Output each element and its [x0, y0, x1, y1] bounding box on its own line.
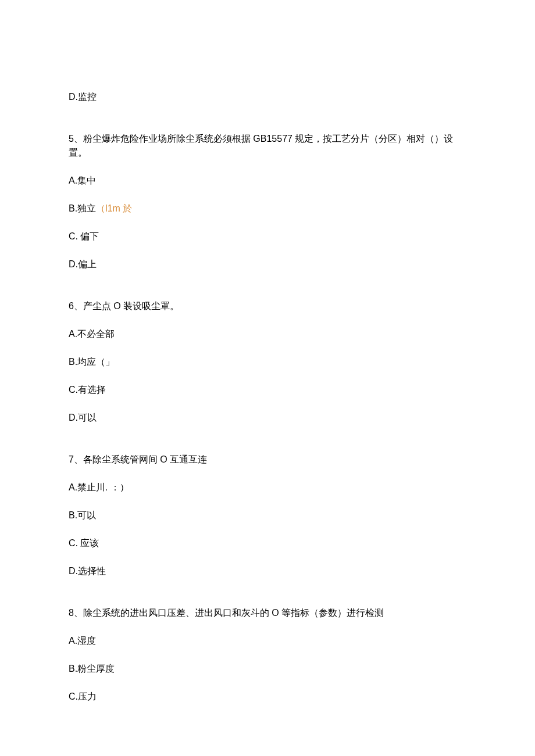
q6-option-b: B.均应（」	[69, 355, 466, 369]
q6-option-d: D.可以	[69, 411, 466, 425]
q7-option-c: C. 应该	[69, 536, 466, 550]
q5-option-b: B.独立（l1m 於	[69, 202, 466, 216]
q7-stem: 7、各除尘系统管网间 O 互通互连	[69, 453, 466, 467]
q4-option-d: D.监控	[69, 90, 466, 104]
q8-option-c: C.压力	[69, 690, 466, 704]
q8-option-a: A.湿度	[69, 634, 466, 648]
q5-stem: 5、粉尘爆炸危险作业场所除尘系统必须根据 GB15577 规定，按工艺分片（分区…	[69, 132, 466, 160]
q5-option-c: C. 偏下	[69, 230, 466, 243]
q6-option-c: C.有选择	[69, 383, 466, 397]
document-page: D.监控 5、粉尘爆炸危险作业场所除尘系统必须根据 GB15577 规定，按工艺…	[0, 0, 535, 756]
q8-option-b: B.粉尘厚度	[69, 662, 466, 676]
q7-option-b: B.可以	[69, 508, 466, 522]
q5-option-d: D.偏上	[69, 257, 466, 271]
q5-option-b-note: （l1m 於	[96, 203, 132, 213]
q5-option-a: A.集中	[69, 174, 466, 188]
q6-option-a: A.不必全部	[69, 327, 466, 341]
q5-option-b-prefix: B.独立	[69, 203, 96, 213]
q6-stem: 6、产尘点 O 装设吸尘罩。	[69, 299, 466, 313]
q7-option-a: A.禁止川. ：）	[69, 481, 466, 495]
q7-option-d: D.选择性	[69, 564, 466, 578]
q8-stem: 8、除尘系统的进出风口压差、进出风口和灰斗的 O 等指标（参数）进行检测	[69, 606, 466, 620]
